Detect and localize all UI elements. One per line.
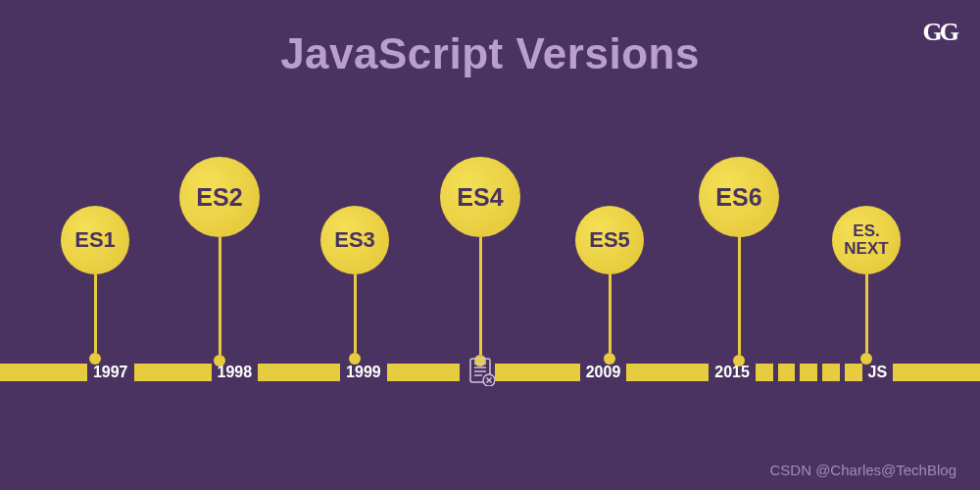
pin-stem [609,274,612,353]
pin-dot [349,353,361,365]
pins-layer: ES1ES2ES3ES4ES5ES6ES.NEXT [0,0,980,490]
pin-dot [604,353,615,365]
version-bubble: ES4 [440,157,520,237]
timeline-pin: ES6 [699,157,779,367]
pin-stem [479,237,482,355]
pin-stem [738,237,741,355]
version-bubble: ES3 [320,206,389,274]
pin-dot [89,353,101,365]
pin-stem [219,237,221,355]
pin-stem [94,274,97,353]
timeline-pin: ES2 [179,157,260,367]
timeline-pin: ES4 [440,157,520,367]
pin-dot [214,355,225,367]
pin-stem [865,274,868,353]
timeline-pin: ES1 [61,206,129,365]
version-bubble: ES1 [61,206,129,274]
timeline-pin: ES5 [575,206,644,365]
pin-dot [860,353,872,365]
watermark: CSDN @Charles@TechBlog [769,462,956,478]
pin-stem [354,274,357,353]
timeline-pin: ES.NEXT [832,206,901,365]
timeline-pin: ES3 [320,206,389,365]
version-bubble: ES.NEXT [832,206,901,274]
version-bubble: ES2 [179,157,260,237]
version-bubble: ES5 [575,206,644,274]
pin-dot [733,355,745,367]
abandoned-icon [467,357,495,386]
version-bubble: ES6 [699,157,779,237]
